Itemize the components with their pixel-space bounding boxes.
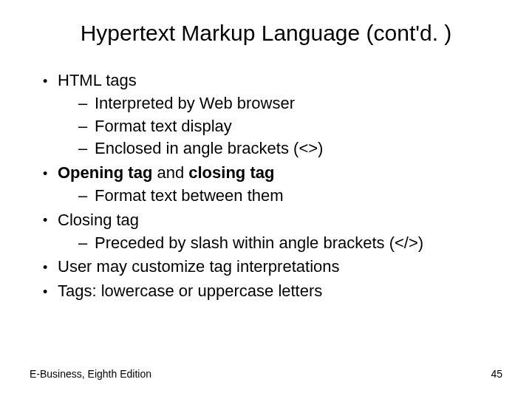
subbullet-text: Enclosed in angle brackets (<>) <box>95 139 323 157</box>
subbullet-text: Preceded by slash within angle brackets … <box>95 233 423 252</box>
slide-footer: E-Business, Eighth Edition 45 <box>30 368 502 380</box>
footer-page-number: 45 <box>491 368 502 380</box>
subbullet-format-between: Format text between them <box>78 185 502 208</box>
subbullet-text: Format text between them <box>95 186 284 205</box>
bullet-text: User may customize tag interpretations <box>58 257 340 276</box>
footer-source: E-Business, Eighth Edition <box>30 368 151 380</box>
bullet-case: Tags: lowercase or uppercase letters <box>43 280 502 303</box>
slide-title: Hypertext Markup Language (cont'd. ) <box>30 21 502 46</box>
subbullet-preceded-slash: Preceded by slash within angle brackets … <box>78 232 502 255</box>
subbullet-format-display: Format text display <box>78 115 502 138</box>
bullet-html-tags: HTML tags Interpreted by Web browser For… <box>43 69 502 160</box>
bullet-text: Tags: lowercase or uppercase letters <box>58 282 322 300</box>
slide-body: HTML tags Interpreted by Web browser For… <box>30 69 502 303</box>
text-and: and <box>152 163 188 182</box>
subbullet-text: Format text display <box>95 117 232 135</box>
bullet-opening-closing-tag: Opening tag and closing tag Format text … <box>43 162 502 208</box>
bold-closing-tag: closing tag <box>188 163 274 182</box>
bullet-customize: User may customize tag interpretations <box>43 256 502 279</box>
subbullet-text: Interpreted by Web browser <box>95 94 295 112</box>
bold-opening-tag: Opening tag <box>58 163 152 182</box>
subbullet-interpreted: Interpreted by Web browser <box>78 92 502 115</box>
bullet-closing-tag: Closing tag Preceded by slash within ang… <box>43 209 502 255</box>
bullet-text: HTML tags <box>58 71 137 89</box>
subbullet-angle-brackets: Enclosed in angle brackets (<>) <box>78 137 502 160</box>
bullet-text: Closing tag <box>58 211 139 229</box>
